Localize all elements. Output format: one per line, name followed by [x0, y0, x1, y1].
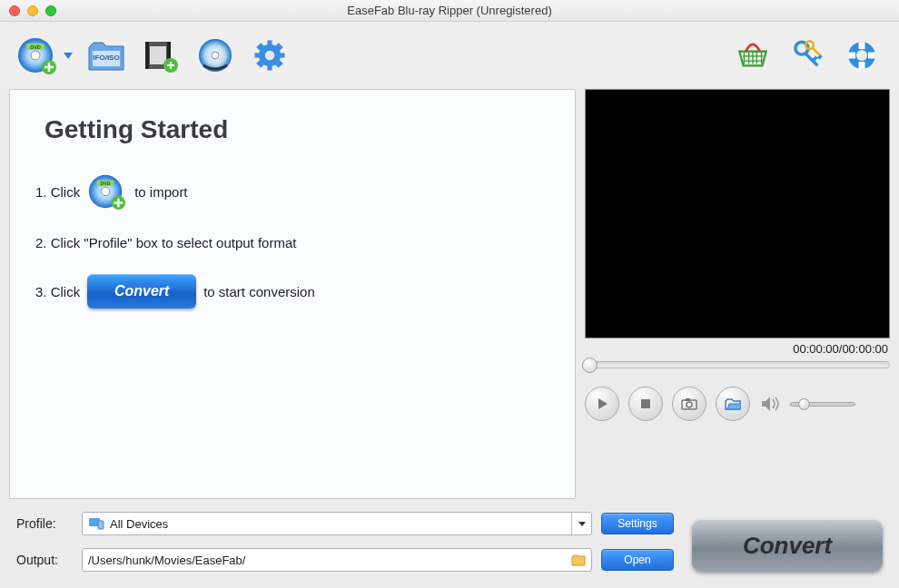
- player-controls: [585, 387, 890, 421]
- svg-point-1: [31, 51, 40, 60]
- profile-row: Profile: All Devices Settings: [16, 512, 674, 535]
- step-2: 2. Click "Profile" box to select output …: [35, 235, 549, 250]
- app-window: EaseFab Blu-ray Ripper (Unregistered) DV…: [0, 0, 899, 588]
- main-toolbar: DVD IFO/ISO: [0, 22, 899, 89]
- help-button[interactable]: [841, 34, 883, 76]
- play-icon: [595, 397, 609, 411]
- step-1-prefix: 1. Click: [35, 184, 80, 200]
- merge-button[interactable]: [194, 34, 236, 76]
- dvd-disc-plus-icon: DVD: [16, 34, 58, 76]
- getting-started-panel: Getting Started 1. Click DVD to import: [9, 89, 576, 499]
- svg-rect-36: [686, 398, 690, 401]
- bottom-bar: Profile: All Devices Settings Output: /U…: [0, 499, 899, 588]
- svg-rect-16: [267, 64, 272, 71]
- settings-blue-button[interactable]: Settings: [601, 513, 674, 534]
- svg-rect-18: [279, 53, 285, 57]
- folder-open-icon: [725, 397, 741, 410]
- edit-video-button[interactable]: [140, 34, 182, 76]
- video-preview: [585, 89, 890, 338]
- svg-rect-15: [267, 40, 272, 46]
- step-3: 3. Click Convert to start conversion: [35, 274, 549, 309]
- play-button[interactable]: [585, 387, 619, 421]
- window-title: EaseFab Blu-ray Ripper (Unregistered): [0, 4, 899, 17]
- stop-icon: [639, 397, 652, 410]
- snapshot-folder-button[interactable]: [716, 387, 750, 421]
- snapshot-button[interactable]: [672, 387, 706, 421]
- dvd-disc-plus-icon: DVD: [87, 172, 127, 211]
- timecode-display: 00:00:00/00:00:00: [585, 338, 890, 361]
- step-1-suffix: to import: [134, 184, 187, 200]
- volume-icon: [759, 395, 781, 413]
- seek-slider[interactable]: [585, 361, 890, 368]
- load-ifo-iso-button[interactable]: IFO/ISO: [85, 34, 127, 76]
- lifebuoy-icon: [844, 37, 880, 74]
- svg-point-27: [856, 50, 867, 61]
- convert-button[interactable]: Convert: [692, 519, 883, 572]
- svg-rect-17: [254, 53, 261, 57]
- load-disc-dropdown-caret[interactable]: [64, 53, 73, 59]
- profile-combo[interactable]: All Devices: [82, 512, 592, 535]
- gear-icon: [252, 37, 288, 74]
- load-disc-button[interactable]: DVD: [16, 34, 58, 76]
- output-label: Output:: [16, 553, 73, 567]
- svg-point-13: [212, 52, 219, 59]
- output-value: /Users/hunk/Movies/EaseFab/: [88, 554, 245, 567]
- svg-rect-8: [145, 42, 149, 69]
- buy-button[interactable]: [732, 34, 774, 76]
- profile-value: All Devices: [110, 517, 168, 531]
- output-row: Output: /Users/hunk/Movies/EaseFab/ Open: [16, 548, 674, 572]
- basket-icon: [735, 37, 771, 74]
- folder-ifo-iso-icon: IFO/ISO: [85, 34, 127, 76]
- key-icon: [789, 37, 825, 74]
- svg-point-23: [265, 51, 274, 60]
- getting-started-heading: Getting Started: [44, 115, 549, 144]
- stop-button[interactable]: [628, 387, 663, 421]
- step-3-suffix: to start conversion: [203, 284, 315, 299]
- seek-thumb[interactable]: [582, 358, 598, 373]
- volume-slider[interactable]: [790, 402, 855, 407]
- step-2-text: 2. Click "Profile" box to select output …: [35, 235, 296, 250]
- preview-panel: 00:00:00/00:00:00: [585, 89, 890, 499]
- svg-rect-10: [150, 46, 166, 64]
- settings-button[interactable]: [249, 34, 291, 76]
- output-path-field[interactable]: /Users/hunk/Movies/EaseFab/: [82, 548, 592, 572]
- register-button[interactable]: [786, 34, 828, 76]
- titlebar: EaseFab Blu-ray Ripper (Unregistered): [0, 0, 899, 22]
- svg-point-29: [101, 187, 110, 196]
- film-edit-icon: [140, 34, 182, 76]
- disc-merge-icon: [194, 34, 236, 76]
- volume-thumb[interactable]: [798, 398, 810, 410]
- step-1-disc-icon: DVD: [87, 172, 127, 211]
- device-icon: [88, 517, 104, 530]
- content-area: Getting Started 1. Click DVD to import: [0, 89, 899, 499]
- step-1: 1. Click DVD to import: [35, 172, 549, 211]
- chevron-down-icon: [571, 513, 591, 534]
- speaker-icon: [760, 395, 780, 413]
- svg-rect-33: [641, 399, 650, 408]
- step-3-prefix: 3. Click: [35, 284, 80, 299]
- open-blue-button[interactable]: Open: [601, 549, 674, 571]
- step-3-convert-badge: Convert: [87, 274, 196, 309]
- profile-label: Profile:: [16, 516, 73, 531]
- svg-text:IFO/ISO: IFO/ISO: [93, 54, 119, 62]
- camera-icon: [681, 397, 697, 410]
- svg-text:DVD: DVD: [30, 44, 41, 50]
- svg-point-35: [687, 402, 692, 407]
- folder-icon: [571, 554, 586, 566]
- svg-text:DVD: DVD: [101, 181, 111, 186]
- svg-rect-38: [98, 521, 104, 529]
